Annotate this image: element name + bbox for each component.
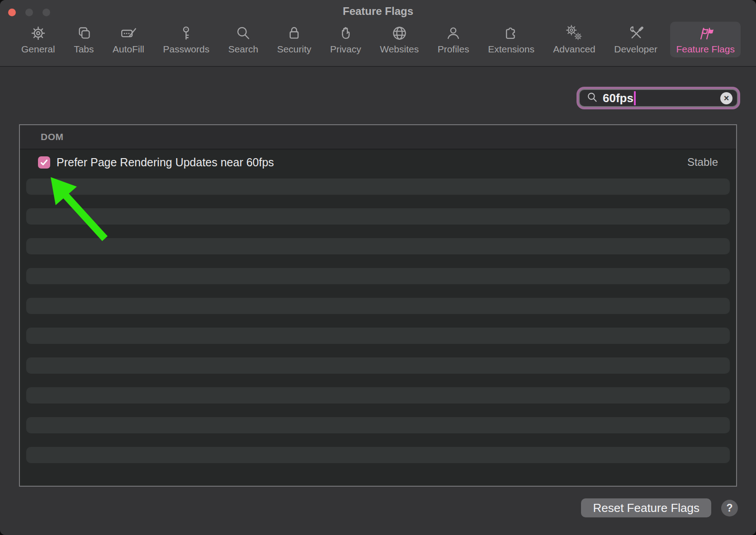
preferences-window: Feature Flags GeneralTabsAutoFillPasswor… xyxy=(0,0,756,535)
traffic-lights xyxy=(8,9,50,16)
empty-table-row xyxy=(26,178,730,195)
empty-table-row xyxy=(26,417,730,433)
feature-flags-table: DOM Prefer Page Rendering Updates near 6… xyxy=(19,124,737,487)
toolbar-item-label: Extensions xyxy=(488,44,534,55)
toolbar-item-label: Profiles xyxy=(438,44,469,55)
toolbar-item-label: AutoFill xyxy=(113,44,144,55)
toolbar-item-label: Passwords xyxy=(163,44,209,55)
content-area: 60fps × DOM Prefer Page Rendering Update… xyxy=(0,67,756,535)
empty-rows xyxy=(20,175,736,463)
clear-search-icon[interactable]: × xyxy=(720,92,732,104)
gears-icon xyxy=(566,25,583,42)
feature-checkbox-checked[interactable] xyxy=(38,156,50,169)
toolbar-item-extensions[interactable]: Extensions xyxy=(482,22,540,57)
globe-icon xyxy=(391,25,408,42)
flags-icon xyxy=(697,25,714,42)
empty-table-row xyxy=(26,357,730,374)
toolbar-item-privacy[interactable]: Privacy xyxy=(324,22,367,57)
toolbar-item-label: Tabs xyxy=(74,44,94,55)
empty-table-row xyxy=(26,208,730,225)
empty-table-row xyxy=(26,298,730,314)
toolbar-item-label: Security xyxy=(277,44,312,55)
search-icon xyxy=(586,91,598,105)
titlebar: Feature Flags xyxy=(0,0,756,21)
toolbar-item-label: Advanced xyxy=(553,44,595,55)
toolbar-item-advanced[interactable]: Advanced xyxy=(547,22,601,57)
toolbar-item-label: Websites xyxy=(380,44,419,55)
toolbar-item-profiles[interactable]: Profiles xyxy=(432,22,475,57)
toolbar-item-websites[interactable]: Websites xyxy=(374,22,425,57)
footer-bar: Reset Feature Flags ? xyxy=(581,498,738,517)
empty-table-row xyxy=(26,387,730,404)
autofill-pencil-icon xyxy=(120,25,137,42)
gear-icon xyxy=(30,25,47,42)
section-header-dom: DOM xyxy=(20,125,736,150)
hand-icon xyxy=(337,25,354,42)
search-input[interactable]: 60fps × xyxy=(579,89,738,107)
empty-table-row xyxy=(26,328,730,344)
magnifier-icon xyxy=(235,25,251,42)
toolbar-item-label: General xyxy=(21,44,55,55)
window-title: Feature Flags xyxy=(0,0,756,23)
toolbar-item-passwords[interactable]: Passwords xyxy=(157,22,215,57)
text-caret xyxy=(634,91,636,105)
search-value: 60fps xyxy=(603,91,633,105)
empty-table-row xyxy=(26,238,730,254)
person-icon xyxy=(445,25,462,42)
empty-table-row xyxy=(26,447,730,463)
toolbar-item-general[interactable]: General xyxy=(15,22,61,57)
key-icon xyxy=(178,25,194,42)
toolbar-item-tabs[interactable]: Tabs xyxy=(68,22,99,57)
tools-icon xyxy=(628,25,644,42)
preferences-toolbar: GeneralTabsAutoFillPasswordsSearchSecuri… xyxy=(0,21,756,61)
toolbar-item-label: Search xyxy=(228,44,259,55)
lock-icon xyxy=(286,25,302,42)
table-row[interactable]: Prefer Page Rendering Updates near 60fps… xyxy=(20,150,736,175)
toolbar-item-feature-flags[interactable]: Feature Flags xyxy=(670,22,741,57)
empty-table-row xyxy=(26,268,730,284)
close-button[interactable] xyxy=(8,9,16,16)
toolbar-item-label: Developer xyxy=(614,44,657,55)
feature-label: Prefer Page Rendering Updates near 60fps xyxy=(57,156,274,169)
tabs-icon xyxy=(76,25,92,42)
toolbar-item-label: Feature Flags xyxy=(676,44,735,55)
status-badge: Stable xyxy=(687,156,718,169)
puzzle-icon xyxy=(503,25,520,42)
toolbar-item-developer[interactable]: Developer xyxy=(608,22,663,57)
toolbar-item-search[interactable]: Search xyxy=(222,22,265,57)
toolbar-item-autofill[interactable]: AutoFill xyxy=(107,22,150,57)
toolbar-item-label: Privacy xyxy=(330,44,361,55)
zoom-button[interactable] xyxy=(43,9,50,16)
toolbar-item-security[interactable]: Security xyxy=(271,22,317,57)
window-chrome: Feature Flags GeneralTabsAutoFillPasswor… xyxy=(0,0,756,67)
reset-feature-flags-button[interactable]: Reset Feature Flags xyxy=(581,498,711,517)
help-button[interactable]: ? xyxy=(721,500,738,516)
minimize-button[interactable] xyxy=(25,9,33,16)
